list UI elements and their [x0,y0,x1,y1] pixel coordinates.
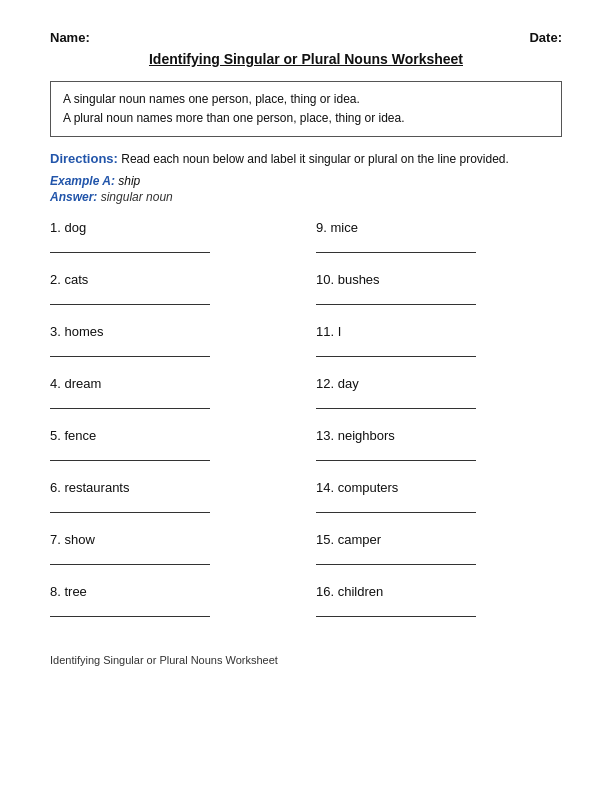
answer-line [50,605,210,617]
name-label: Name: [50,30,90,45]
item-label: 13. neighbors [316,428,562,443]
item-label: 7. show [50,532,296,547]
answer-line [50,241,210,253]
item-label: 4. dream [50,376,296,391]
example-a-row: Example A: ship [50,174,562,188]
item-label: 12. day [316,376,562,391]
answer-row: Answer: singular noun [50,190,562,204]
answer-line [316,397,476,409]
footer-text: Identifying Singular or Plural Nouns Wor… [50,654,562,666]
item-label: 6. restaurants [50,480,296,495]
directions-label: Directions: [50,151,118,166]
list-item: 15. camper [306,526,562,578]
answer-line [316,449,476,461]
list-item: 3. homes [50,318,306,370]
directions-row: Directions: Read each noun below and lab… [50,151,562,166]
items-grid: 1. dog9. mice2. cats10. bushes3. homes11… [50,214,562,630]
answer-line [316,293,476,305]
answer-line [316,501,476,513]
list-item: 1. dog [50,214,306,266]
list-item: 13. neighbors [306,422,562,474]
list-item: 6. restaurants [50,474,306,526]
answer-line [50,397,210,409]
answer-line [316,345,476,357]
list-item: 7. show [50,526,306,578]
item-label: 11. I [316,324,562,339]
page-title: Identifying Singular or Plural Nouns Wor… [50,51,562,67]
answer-label: Answer: [50,190,97,204]
answer-line [316,605,476,617]
item-label: 2. cats [50,272,296,287]
item-label: 10. bushes [316,272,562,287]
info-line1: A singular noun names one person, place,… [63,90,549,109]
answer-line [316,241,476,253]
example-label: Example A: [50,174,115,188]
answer-line [50,449,210,461]
list-item: 14. computers [306,474,562,526]
answer-line [50,553,210,565]
item-label: 16. children [316,584,562,599]
list-item: 4. dream [50,370,306,422]
item-label: 5. fence [50,428,296,443]
list-item: 12. day [306,370,562,422]
item-label: 15. camper [316,532,562,547]
answer-line [50,293,210,305]
list-item: 5. fence [50,422,306,474]
item-label: 1. dog [50,220,296,235]
info-line2: A plural noun names more than one person… [63,109,549,128]
example-value: ship [118,174,140,188]
info-box: A singular noun names one person, place,… [50,81,562,137]
directions-text: Read each noun below and label it singul… [121,152,509,166]
item-label: 3. homes [50,324,296,339]
answer-line [50,345,210,357]
item-label: 14. computers [316,480,562,495]
answer-value: singular noun [101,190,173,204]
answer-line [50,501,210,513]
date-label: Date: [529,30,562,45]
item-label: 8. tree [50,584,296,599]
list-item: 10. bushes [306,266,562,318]
answer-line [316,553,476,565]
list-item: 9. mice [306,214,562,266]
list-item: 8. tree [50,578,306,630]
list-item: 2. cats [50,266,306,318]
item-label: 9. mice [316,220,562,235]
list-item: 11. I [306,318,562,370]
list-item: 16. children [306,578,562,630]
